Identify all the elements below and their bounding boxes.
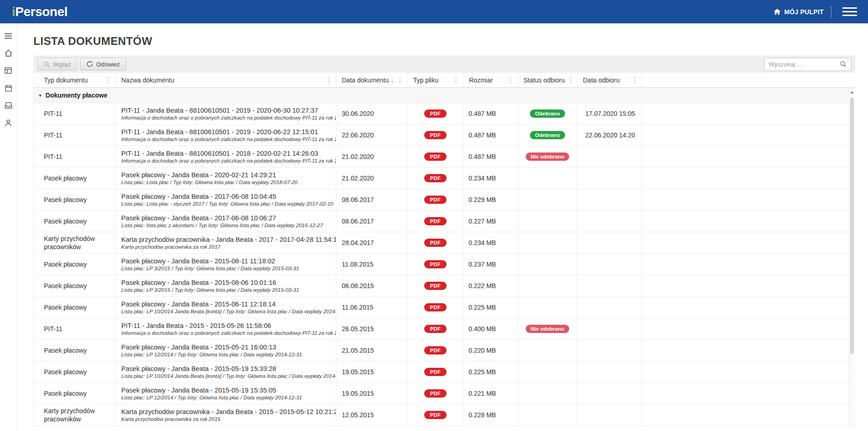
column-header-typ-dokumentu[interactable]: Typ dokumentu⋮ bbox=[34, 73, 116, 87]
receipt-date-cell bbox=[577, 189, 642, 210]
doc-name[interactable]: Karta przychodów pracownika - Janda Beat… bbox=[121, 408, 332, 415]
table-row[interactable]: Karty przychodów pracownikówKarta przych… bbox=[34, 404, 855, 426]
column-menu-icon[interactable]: ⋮ bbox=[565, 76, 576, 84]
pdf-badge[interactable]: PDF bbox=[424, 325, 447, 333]
refresh-button[interactable]: Odśwież bbox=[80, 58, 126, 71]
doc-name[interactable]: Pasek płacowy - Janda Beata - 2017-06-08… bbox=[121, 193, 332, 200]
doc-name[interactable]: Pasek płacowy - Janda Beata - 2020-02-21… bbox=[121, 171, 332, 179]
table-row[interactable]: Pasek płacowyPasek płacowy - Janda Beata… bbox=[34, 297, 855, 318]
column-menu-icon[interactable]: ⋮ bbox=[394, 76, 406, 84]
pdf-badge[interactable]: PDF bbox=[424, 411, 447, 419]
table-row[interactable]: Pasek płacowyPasek płacowy - Janda Beata… bbox=[34, 361, 855, 383]
file-type-cell: PDF bbox=[408, 189, 464, 210]
doc-date-cell: 06.08.2015 bbox=[336, 275, 408, 296]
doc-name-cell: Pasek płacowy - Janda Beata - 2015-08-11… bbox=[116, 254, 336, 275]
documents-grid: Typ dokumentu⋮Nazwa dokumentu⋮Data dokum… bbox=[33, 73, 855, 428]
sidebar-item-hamburger[interactable] bbox=[0, 27, 17, 44]
scroll-up-icon[interactable]: ▲ bbox=[849, 88, 855, 94]
doc-date-cell: 26.05.2015 bbox=[336, 318, 408, 339]
pdf-badge[interactable]: PDF bbox=[424, 368, 447, 376]
doc-name[interactable]: Karta przychodów pracownika - Janda Beat… bbox=[121, 236, 332, 243]
column-header-typ-pliku[interactable]: Typ pliku⋮ bbox=[408, 73, 464, 87]
column-menu-icon[interactable]: ⋮ bbox=[505, 76, 516, 84]
logo-text: Personel bbox=[15, 5, 67, 19]
doc-name[interactable]: Pasek płacowy - Janda Beata - 2015-05-19… bbox=[121, 365, 332, 372]
file-type-cell: PDF bbox=[408, 168, 464, 189]
row-filler-cell bbox=[642, 318, 855, 339]
receipt-status-cell bbox=[518, 254, 577, 275]
main-menu-button[interactable] bbox=[839, 5, 861, 19]
sidebar-item-table[interactable] bbox=[0, 62, 17, 79]
collapse-group-icon[interactable]: ▾ bbox=[39, 93, 42, 98]
doc-name[interactable]: Pasek płacowy - Janda Beata - 2015-05-21… bbox=[121, 344, 332, 351]
scrollbar-thumb[interactable] bbox=[850, 98, 854, 354]
pdf-badge[interactable]: PDF bbox=[424, 346, 447, 355]
doc-name[interactable]: Pasek płacowy - Janda Beata - 2015-05-19… bbox=[121, 387, 332, 394]
table-row[interactable]: Pasek płacowyPasek płacowy - Janda Beata… bbox=[34, 275, 855, 297]
pdf-badge[interactable]: PDF bbox=[424, 131, 447, 139]
table-row[interactable]: PIT-11PIT-11 - Janda Beata - 88100610501… bbox=[34, 125, 855, 146]
sidebar-item-calendar[interactable] bbox=[0, 79, 17, 97]
table-row[interactable]: PIT-11PIT-11 - Janda Beata - 88100610501… bbox=[34, 103, 855, 125]
pdf-badge[interactable]: PDF bbox=[424, 196, 447, 204]
row-filler-cell bbox=[642, 168, 855, 189]
column-header-filler bbox=[642, 73, 855, 87]
search-submit-icon[interactable] bbox=[839, 60, 847, 68]
receipt-status-cell bbox=[518, 404, 577, 426]
table-row[interactable]: PIT-11PIT-11 - Janda Beata - 88100610501… bbox=[34, 146, 855, 168]
vertical-scrollbar[interactable]: ▲ bbox=[848, 88, 855, 428]
ipersonel-logo[interactable]: iPersonel bbox=[12, 5, 68, 19]
search-input[interactable] bbox=[769, 61, 839, 68]
table-row[interactable]: Pasek płacowyPasek płacowy - Janda Beata… bbox=[34, 168, 855, 189]
pdf-badge[interactable]: PDF bbox=[424, 260, 447, 268]
doc-name[interactable]: PIT-11 - Janda Beata - 88100610501 - 201… bbox=[121, 107, 332, 114]
doc-name[interactable]: Pasek płacowy - Janda Beata - 2015-06-11… bbox=[121, 300, 332, 308]
file-type-cell: PDF bbox=[408, 361, 464, 382]
doc-name[interactable]: Pasek płacowy - Janda Beata - 2015-08-11… bbox=[121, 257, 332, 265]
pdf-badge[interactable]: PDF bbox=[424, 174, 447, 182]
column-menu-icon[interactable]: ⋮ bbox=[629, 76, 641, 84]
view-button[interactable]: Wgląd bbox=[38, 58, 77, 71]
column-label: Nazwa dokumentu bbox=[121, 76, 174, 84]
column-header-data-dokumentu[interactable]: Data dokumentu↓⋮ bbox=[336, 73, 408, 87]
pdf-badge[interactable]: PDF bbox=[424, 217, 447, 225]
table-row[interactable]: Pasek płacowyPasek płacowy - Janda Beata… bbox=[34, 189, 855, 211]
table-row[interactable]: Pasek płacowyPasek płacowy - Janda Beata… bbox=[34, 211, 855, 232]
pdf-badge[interactable]: PDF bbox=[424, 303, 447, 311]
my-desktop-link[interactable]: MÓJ PULPIT bbox=[774, 8, 824, 16]
column-header-data-odbioru[interactable]: Data odbioru⋮ bbox=[577, 73, 642, 87]
pdf-badge[interactable]: PDF bbox=[424, 109, 447, 118]
column-menu-icon[interactable]: ⋮ bbox=[102, 76, 114, 84]
table-row[interactable]: Pasek płacowyPasek płacowy - Janda Beata… bbox=[34, 340, 855, 361]
file-size-cell: 0.400 MB bbox=[464, 318, 518, 339]
doc-name[interactable]: PIT-11 - Janda Beata - 88100610501 - 201… bbox=[121, 150, 332, 157]
column-menu-icon[interactable]: ⋮ bbox=[450, 76, 462, 84]
pdf-badge[interactable]: PDF bbox=[424, 282, 447, 290]
file-size-cell: 0.221 MB bbox=[464, 383, 518, 404]
column-label: Data dokumentu↓ bbox=[342, 76, 394, 84]
column-menu-icon[interactable]: ⋮ bbox=[323, 76, 334, 84]
topbar-right: MÓJ PULPIT bbox=[774, 5, 861, 19]
column-header-status-odbioru[interactable]: Status odbioru⋮ bbox=[518, 73, 577, 87]
column-header-rozmiar[interactable]: Rozmiar⋮ bbox=[464, 73, 518, 87]
doc-name-cell: Pasek płacowy - Janda Beata - 2015-08-06… bbox=[116, 275, 336, 296]
sidebar-item-home[interactable] bbox=[0, 44, 17, 62]
sidebar-item-inbox[interactable] bbox=[0, 97, 17, 114]
toolbar-buttons: Wgląd Odśwież bbox=[38, 58, 126, 71]
table-row[interactable]: Karty przychodów pracownikówKarta przych… bbox=[34, 232, 855, 254]
doc-name[interactable]: Pasek płacowy - Janda Beata - 2017-06-08… bbox=[121, 214, 332, 222]
group-label: Dokumenty płacowe bbox=[46, 92, 108, 99]
pdf-badge[interactable]: PDF bbox=[424, 239, 447, 247]
sidebar-item-user[interactable] bbox=[0, 114, 17, 131]
table-row[interactable]: Pasek płacowyPasek płacowy - Janda Beata… bbox=[34, 383, 855, 404]
group-row[interactable]: ▾Dokumenty płacowe bbox=[34, 88, 855, 103]
doc-name[interactable]: PIT-11 - Janda Beata - 2015 - 2015-05-26… bbox=[121, 322, 332, 329]
doc-name[interactable]: PIT-11 - Janda Beata - 88100610501 - 201… bbox=[121, 128, 332, 136]
table-row[interactable]: Pasek płacowyPasek płacowy - Janda Beata… bbox=[34, 254, 855, 275]
pdf-badge[interactable]: PDF bbox=[424, 153, 447, 161]
column-header-nazwa-dokumentu[interactable]: Nazwa dokumentu⋮ bbox=[116, 73, 336, 87]
doc-name[interactable]: Pasek płacowy - Janda Beata - 2015-08-06… bbox=[121, 279, 332, 286]
pdf-badge[interactable]: PDF bbox=[424, 389, 447, 398]
table-row[interactable]: PIT-11PIT-11 - Janda Beata - 2015 - 2015… bbox=[34, 318, 855, 340]
doc-name-cell: Pasek płacowy - Janda Beata - 2020-02-21… bbox=[116, 168, 336, 189]
